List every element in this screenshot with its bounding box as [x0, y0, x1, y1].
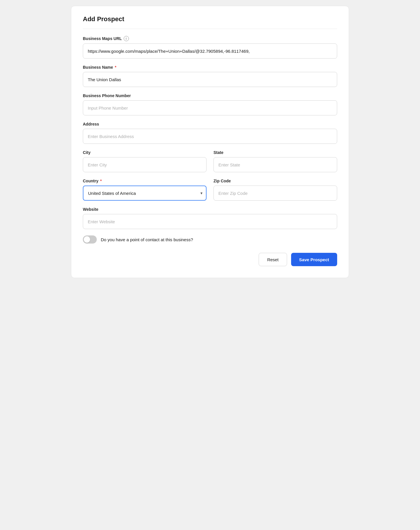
state-input[interactable] [213, 157, 337, 172]
state-label: State [213, 150, 337, 155]
city-field-group: City [83, 150, 207, 172]
required-indicator: * [115, 65, 116, 70]
country-select[interactable]: United States of America Canada United K… [83, 186, 207, 201]
maps-url-label: Business Maps URL i [83, 36, 337, 41]
address-input[interactable] [83, 129, 337, 144]
website-input[interactable] [83, 214, 337, 229]
form-footer: Reset Save Prospect [83, 253, 337, 266]
state-field-group: State [213, 150, 337, 172]
business-name-label: Business Name * [83, 65, 337, 70]
address-field-group: Address [83, 122, 337, 144]
country-label: Country * [83, 179, 207, 183]
form-body: Business Maps URL i Business Name * Busi… [83, 36, 337, 266]
city-state-row: City State [83, 150, 337, 179]
phone-field-group: Business Phone Number [83, 93, 337, 115]
country-required-indicator: * [100, 179, 102, 183]
reset-button[interactable]: Reset [259, 253, 287, 266]
city-input[interactable] [83, 157, 207, 172]
website-field-group: Website [83, 207, 337, 229]
country-field-group: Country * United States of America Canad… [83, 179, 207, 201]
business-name-field-group: Business Name * [83, 65, 337, 87]
city-label: City [83, 150, 207, 155]
zipcode-label: Zip Code [213, 179, 337, 183]
phone-input[interactable] [83, 100, 337, 115]
zipcode-input[interactable] [213, 186, 337, 201]
country-zip-row: Country * United States of America Canad… [83, 179, 337, 207]
phone-label: Business Phone Number [83, 93, 337, 98]
maps-url-input[interactable] [83, 43, 337, 59]
contact-toggle-label: Do you have a point of contact at this b… [101, 237, 193, 242]
add-prospect-card: Add Prospect Business Maps URL i Busines… [71, 6, 349, 278]
zipcode-field-group: Zip Code [213, 179, 337, 201]
page-title: Add Prospect [83, 15, 337, 29]
address-label: Address [83, 122, 337, 126]
save-prospect-button[interactable]: Save Prospect [291, 253, 337, 266]
info-icon[interactable]: i [124, 36, 129, 41]
contact-toggle[interactable] [83, 235, 97, 244]
maps-url-field-group: Business Maps URL i [83, 36, 337, 59]
contact-toggle-row: Do you have a point of contact at this b… [83, 235, 337, 244]
website-label: Website [83, 207, 337, 212]
business-name-input[interactable] [83, 72, 337, 87]
country-select-wrapper: United States of America Canada United K… [83, 186, 207, 201]
